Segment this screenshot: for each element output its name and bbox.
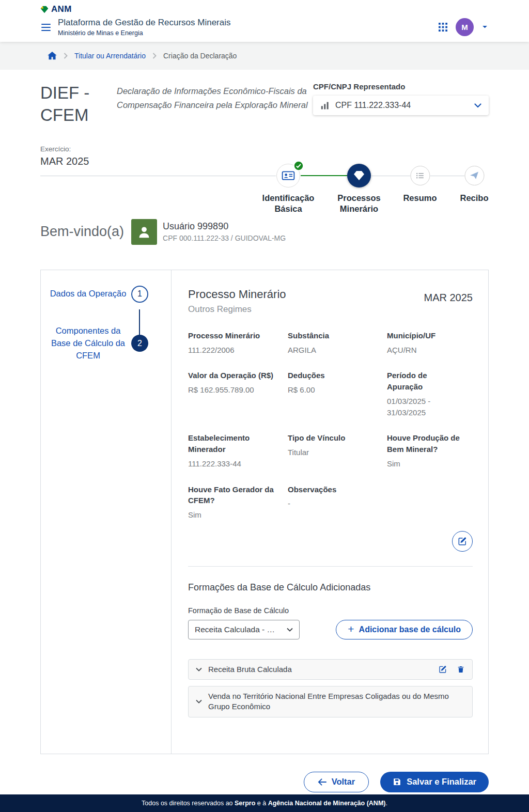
user-menu-button[interactable] [481, 24, 489, 30]
breadcrumb-chevron-icon [152, 53, 157, 59]
base-section-title: Formações da Base de Cálculo Adicionadas [188, 582, 473, 593]
base-calc-select[interactable]: Receita Calculada - … [188, 620, 300, 639]
field-valor-operacao: Valor da Operação (R$) R$ 162.955.789.00 [188, 370, 288, 418]
side-step-componentes-base-calculo[interactable]: Componentes da Base de Cálculo da CFEM 2 [45, 325, 148, 362]
cpf-cnpj-value: CPF 111.222.333-44 [335, 101, 411, 110]
apps-grid-icon [439, 23, 447, 32]
chevron-down-icon [474, 103, 481, 108]
process-title: Processo Minerário [188, 288, 286, 301]
represented-block: CPF/CNPJ Representado CPF 111.222.333-44 [313, 82, 489, 127]
home-icon[interactable] [48, 52, 57, 60]
welcome-block: Bem-vindo(a) Usuário 999890 CPF 000.111.… [40, 219, 489, 245]
save-finalize-button[interactable]: Salvar e Finalizar [380, 772, 489, 792]
app-subtitle: Ministério de Minas e Energia [58, 29, 231, 37]
step-processos-minerario[interactable]: Processos Minerário [328, 164, 391, 215]
user-cpf: CPF 000.111.222-33 / GUIDOVAL-MG [163, 234, 286, 242]
add-base-calc-button[interactable]: + Adicionar base de cálculo [336, 620, 473, 639]
anm-logo[interactable]: ANM [40, 4, 72, 14]
footer: Todos os direitos reservados ao Serpro e… [0, 794, 529, 812]
breadcrumb-link-titular[interactable]: Titular ou Arrendatário [74, 52, 146, 60]
card-main: Processo Minerário Outros Regimes MAR 20… [172, 270, 488, 754]
breadcrumb: Titular ou Arrendatário Criação da Decla… [0, 42, 529, 70]
base-calc-list: Receita Bruta Calculada [188, 659, 473, 717]
edit-process-button[interactable] [452, 531, 473, 552]
user-avatar[interactable]: M [456, 18, 474, 36]
anm-gem-icon [40, 6, 49, 13]
field-houve-producao: Houve Produção de Bem Mineral? Sim [387, 432, 473, 469]
form-actions: Voltar Salvar e Finalizar [40, 772, 489, 792]
stepper-line [40, 176, 276, 176]
edit-icon [457, 536, 468, 546]
paper-plane-icon [469, 170, 479, 180]
app-title: Plataforma de Gestão de Recursos Minerai… [58, 18, 231, 28]
field-tipo-vinculo: Tipo de Vínculo Titular [288, 432, 387, 469]
checklist-icon [415, 170, 425, 181]
user-name: Usuário 999890 [163, 221, 286, 232]
field-municipio-uf: Município/UF AÇU/RN [387, 330, 473, 356]
chevron-down-icon [287, 628, 293, 632]
menu-icon [41, 24, 51, 25]
process-header: Processo Minerário Outros Regimes MAR 20… [188, 288, 473, 315]
process-fields: Processo Minerário 111.222/2006 Substânc… [188, 330, 473, 521]
card-side-nav: Dados da Operação 1 Componentes da Base … [41, 270, 172, 754]
main-content: DIEF - CFEM Declaração de Informações Ec… [0, 70, 529, 794]
menu-button[interactable] [40, 22, 52, 33]
page: ANM Plataforma de Gestão de Recursos Min… [0, 0, 529, 812]
caret-down-icon [482, 25, 488, 29]
field-estabelecimento-minerador: Estabelecimento Minerador 111.222.333-44 [188, 432, 288, 469]
field-houve-fato-gerador: Houve Fato Gerador da CFEM? Sim [188, 484, 288, 521]
process-subtitle: Outros Regimes [188, 304, 286, 315]
field-processo-minerario: Processo Minerário 111.222/2006 [188, 330, 288, 356]
base-select-label: Formação de Base de Cálculo [188, 606, 473, 615]
greeting-text: Bem-vindo(a) [40, 224, 124, 240]
back-button[interactable]: Voltar [304, 772, 369, 792]
footer-text: Todos os direitos reservados ao Serpro e… [142, 800, 387, 807]
base-calc-item-receita-bruta[interactable]: Receita Bruta Calculada [188, 659, 473, 680]
app-header: ANM Plataforma de Gestão de Recursos Min… [0, 0, 529, 42]
exercise-label: Exercício: [40, 145, 489, 153]
save-icon [393, 777, 401, 786]
breadcrumb-chevron-icon [64, 53, 68, 59]
anm-logo-text: ANM [51, 4, 72, 14]
apps-grid-button[interactable] [438, 22, 448, 33]
accordion-chevron-icon[interactable] [196, 699, 202, 704]
page-title: DIEF - CFEM [40, 82, 105, 127]
accordion-chevron-icon[interactable] [196, 667, 202, 672]
field-periodo-apuracao: Período de Apuração 01/03/2025 - 31/03/2… [387, 370, 473, 418]
step-identificacao-basica[interactable]: Identificação Básica [257, 164, 320, 215]
edit-base-calc-icon[interactable] [438, 665, 447, 674]
side-step-dados-operacao[interactable]: Dados da Operação 1 [45, 286, 148, 303]
step-resumo[interactable]: Resumo [403, 166, 437, 204]
field-observacoes: Observações - [288, 484, 387, 521]
field-substancia: Substância ARGILA [288, 330, 387, 356]
diamond-icon [353, 170, 365, 181]
delete-base-calc-icon[interactable] [457, 665, 465, 674]
field-deducoes: Deduções R$ 6.00 [288, 370, 387, 418]
progress-stepper: Identificação Básica Processos Minerário… [40, 160, 489, 214]
declaration-card: Dados da Operação 1 Componentes da Base … [40, 270, 489, 754]
person-icon [131, 219, 157, 245]
user-chip: Usuário 999890 CPF 000.111.222-33 / GUID… [131, 219, 286, 245]
breadcrumb-current: Criação da Declaração [163, 52, 237, 60]
side-step-number-1: 1 [131, 286, 148, 303]
plus-icon: + [348, 623, 354, 634]
cpf-cnpj-select[interactable]: CPF 111.222.333-44 [313, 96, 489, 115]
base-calc-select-value: Receita Calculada - … [195, 625, 283, 634]
bar-chart-icon [320, 101, 330, 110]
intro-section: DIEF - CFEM Declaração de Informações Ec… [40, 82, 489, 127]
page-description: Declaração de Informações Econômico-Fisc… [117, 84, 313, 127]
section-divider [188, 566, 473, 567]
check-badge-icon [293, 161, 304, 171]
base-calc-item-venda-territorio[interactable]: Venda no Território Nacional Entre Empre… [188, 686, 473, 717]
process-period: MAR 2025 [424, 292, 473, 304]
step-recibo[interactable]: Recibo [460, 166, 488, 204]
represented-label: CPF/CNPJ Representado [313, 82, 489, 91]
side-step-number-2: 2 [131, 335, 148, 352]
arrow-left-icon [318, 778, 326, 786]
